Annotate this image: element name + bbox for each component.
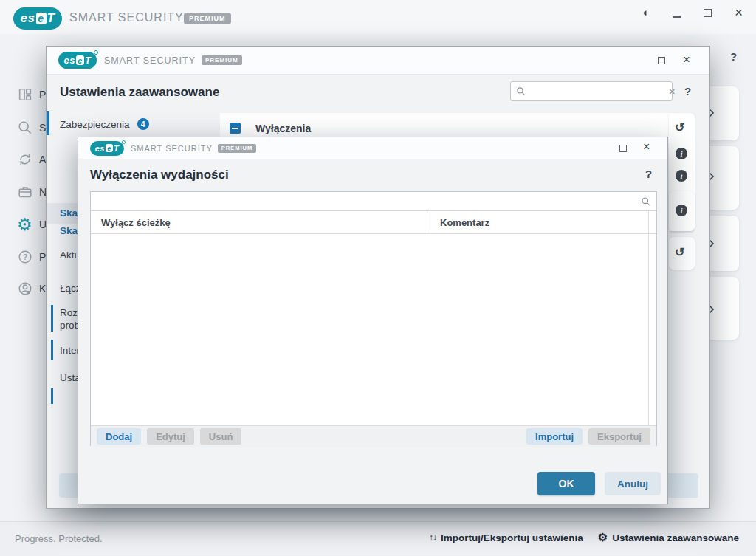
add-button[interactable]: Dodaj bbox=[97, 428, 141, 445]
minimize-button[interactable] bbox=[673, 16, 681, 18]
search-icon bbox=[636, 196, 656, 207]
table-header-row: Wyłącz ścieżkę Komentarz bbox=[91, 211, 656, 234]
maximize-button[interactable] bbox=[658, 57, 665, 64]
logo-text: e bbox=[36, 13, 47, 24]
eset-logo: eseT bbox=[90, 141, 124, 156]
eset-main-window: eseT SMART SECURITY PREMIUM ◐ × P S bbox=[0, 0, 756, 556]
info-icon[interactable]: i bbox=[676, 170, 687, 182]
sidebar-item-label[interactable]: P bbox=[39, 251, 46, 263]
table-search-input[interactable] bbox=[91, 192, 636, 210]
import-export-label: Importuj/Eksportuj ustawienia bbox=[441, 532, 583, 543]
ok-button[interactable]: OK bbox=[537, 472, 595, 495]
product-name: SMART SECURITY bbox=[131, 144, 213, 153]
revert-icon[interactable]: ↺ bbox=[675, 120, 684, 134]
clear-search-icon[interactable]: × bbox=[664, 85, 680, 97]
column-header-path[interactable]: Wyłącz ścieżkę bbox=[101, 217, 171, 228]
info-glyph: i bbox=[680, 206, 682, 215]
logo-text: T bbox=[47, 11, 55, 26]
import-export-icon: ↑↓ bbox=[429, 532, 436, 543]
performance-exclusions-dialog: eseT SMART SECURITY PREMIUM × Wyłączenia… bbox=[78, 137, 668, 504]
settings-search-input[interactable] bbox=[529, 82, 664, 100]
dialog-titlebar: eseT SMART SECURITY PREMIUM × bbox=[78, 137, 667, 159]
contrast-toggle-icon[interactable]: ◐ bbox=[643, 6, 650, 18]
nav-item[interactable]: prob bbox=[60, 320, 80, 331]
info-icon[interactable]: i bbox=[676, 148, 687, 159]
main-help-icon[interactable]: ? bbox=[730, 50, 737, 63]
nav-indicator-bar bbox=[47, 111, 49, 135]
section-title: Wyłączenia bbox=[255, 123, 311, 134]
table-button-bar: Dodaj Edytuj Usuń Importuj Eksportuj bbox=[91, 425, 656, 447]
close-button[interactable]: × bbox=[683, 52, 690, 67]
settings-gear-icon[interactable]: ⚙ bbox=[17, 215, 32, 235]
premium-badge: PREMIUM bbox=[184, 13, 231, 24]
logo-text: es bbox=[95, 144, 105, 153]
sidebar-item-label[interactable]: S bbox=[39, 122, 46, 134]
exclusions-table-panel: Wyłącz ścieżkę Komentarz Dodaj Edytuj Us… bbox=[90, 191, 657, 446]
info-icon[interactable]: i bbox=[676, 205, 687, 216]
dialog-help-icon[interactable]: ? bbox=[684, 85, 691, 97]
dialog-help-icon[interactable]: ? bbox=[645, 168, 652, 180]
help-icon[interactable]: ? bbox=[17, 249, 33, 265]
registered-mark-icon bbox=[94, 50, 98, 55]
info-glyph: i bbox=[680, 171, 682, 180]
logo-text: T bbox=[85, 55, 91, 66]
sidebar-item-label[interactable]: P bbox=[39, 89, 46, 100]
main-statusbar: Progress. Protected. ↑↓ Importuj/Eksport… bbox=[0, 521, 756, 556]
sidebar-item-label[interactable]: A bbox=[39, 154, 46, 165]
main-sidebar: P S A N ⚙ U ? bbox=[0, 34, 46, 521]
table-body-empty[interactable] bbox=[91, 234, 648, 425]
registered-mark-icon bbox=[122, 140, 126, 144]
logo-text: T bbox=[114, 144, 119, 153]
nav-item[interactable]: Inter bbox=[60, 345, 80, 356]
close-button[interactable]: × bbox=[643, 140, 650, 154]
edit-button[interactable]: Edytuj bbox=[147, 428, 194, 445]
logo-text: es bbox=[21, 11, 35, 26]
revert-icon[interactable]: ↺ bbox=[675, 245, 684, 259]
logo-text: es bbox=[64, 55, 75, 66]
remove-button[interactable]: Usuń bbox=[200, 428, 242, 445]
nav-item[interactable]: Aktu bbox=[60, 250, 80, 261]
scan-icon[interactable] bbox=[17, 120, 33, 136]
dashboard-icon[interactable] bbox=[17, 86, 33, 103]
svg-text:?: ? bbox=[23, 253, 27, 261]
export-button[interactable]: Eksportuj bbox=[588, 428, 650, 445]
scrollbar-gutter[interactable] bbox=[648, 211, 649, 425]
import-button[interactable]: Importuj bbox=[526, 428, 583, 445]
security-count-badge: 4 bbox=[137, 118, 149, 130]
import-export-settings-link[interactable]: ↑↓ Importuj/Eksportuj ustawienia bbox=[429, 532, 583, 543]
settings-rows-strip: ↺ bbox=[669, 237, 695, 270]
column-header-comment[interactable]: Komentarz bbox=[440, 217, 489, 228]
product-name: SMART SECURITY bbox=[69, 11, 184, 24]
settings-search-box: × bbox=[510, 81, 673, 101]
dialog-title: Wyłączenia wydajności bbox=[90, 168, 229, 182]
eset-logo: eseT bbox=[58, 52, 97, 69]
maximize-button[interactable] bbox=[619, 145, 627, 152]
advanced-settings-label: Ustawienia zaawansowane bbox=[612, 532, 739, 543]
premium-badge: PREMIUM bbox=[202, 55, 242, 65]
collapse-minus-icon[interactable] bbox=[230, 123, 241, 134]
nav-item-security[interactable]: Zabezpieczenia 4 bbox=[60, 118, 149, 130]
column-divider[interactable] bbox=[430, 211, 430, 234]
main-titlebar: eseT SMART SECURITY PREMIUM ◐ × bbox=[0, 0, 756, 34]
dialog-titlebar: eseT SMART SECURITY PREMIUM × bbox=[47, 47, 709, 75]
nav-item-label: Zabezpieczenia bbox=[60, 119, 130, 130]
maximize-button[interactable] bbox=[704, 9, 712, 17]
cancel-button[interactable]: Anuluj bbox=[605, 472, 661, 495]
tagline: Progress. Protected. bbox=[15, 533, 103, 544]
advanced-settings-link[interactable]: ⚙ Ustawienia zaawansowane bbox=[598, 531, 739, 544]
logo-text: e bbox=[106, 144, 113, 152]
gear-icon: ⚙ bbox=[598, 531, 608, 544]
account-icon[interactable] bbox=[17, 281, 33, 297]
dialog-title: Ustawienia zaawansowane bbox=[60, 85, 219, 100]
nav-indicator-bar bbox=[51, 340, 53, 360]
close-button[interactable]: × bbox=[735, 4, 743, 21]
update-icon[interactable] bbox=[17, 151, 33, 168]
table-filter-row bbox=[91, 192, 656, 211]
premium-badge: PREMIUM bbox=[218, 144, 256, 153]
product-name: SMART SECURITY bbox=[104, 55, 196, 66]
nav-indicator-bar bbox=[51, 388, 53, 404]
sidebar-item-label[interactable]: K bbox=[39, 283, 46, 295]
settings-rows-strip: i bbox=[669, 191, 695, 231]
logo-text: e bbox=[76, 55, 84, 65]
tools-icon[interactable] bbox=[17, 184, 33, 200]
